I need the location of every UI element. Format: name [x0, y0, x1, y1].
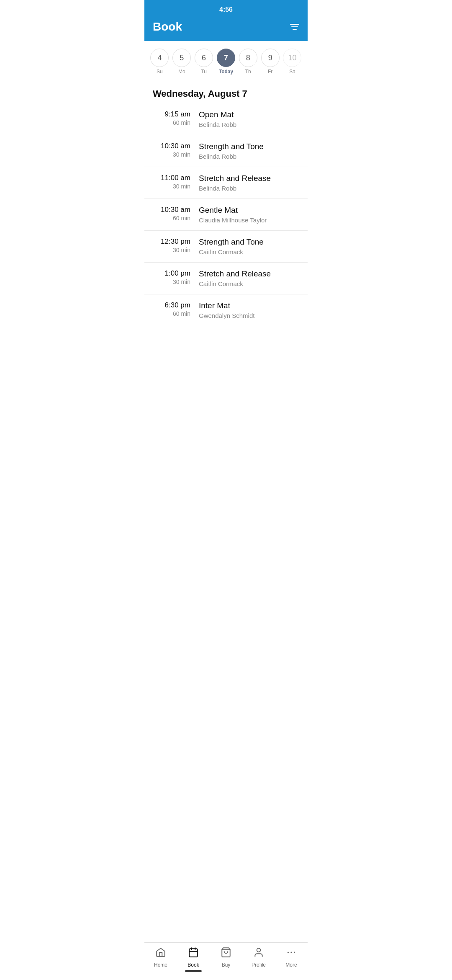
- class-instructor: Belinda Robb: [199, 121, 299, 128]
- date-item-8[interactable]: 8 Th: [238, 49, 258, 75]
- date-number: 5: [172, 49, 191, 67]
- class-name: Strength and Tone: [199, 237, 299, 247]
- date-label: Th: [245, 69, 251, 75]
- date-label: Su: [157, 69, 163, 75]
- class-time-block: 12:30 pm 30 min: [153, 237, 199, 253]
- class-instructor: Belinda Robb: [199, 185, 299, 192]
- date-item-6[interactable]: 6 Tu: [194, 49, 214, 75]
- date-label: Tu: [201, 69, 207, 75]
- date-item-4[interactable]: 4 Su: [149, 49, 170, 75]
- class-instructor: Caitlin Cormack: [199, 248, 299, 255]
- class-duration: 30 min: [153, 183, 190, 190]
- date-label: Fr: [268, 69, 272, 75]
- class-item[interactable]: 1:00 pm 30 min Stretch and Release Caitl…: [144, 263, 308, 294]
- class-time-value: 12:30 pm: [153, 237, 190, 246]
- date-item-5[interactable]: 5 Mo: [172, 49, 192, 75]
- class-name: Open Mat: [199, 110, 299, 119]
- date-number: 6: [195, 49, 213, 67]
- class-duration: 30 min: [153, 151, 190, 158]
- class-time-value: 10:30 am: [153, 142, 190, 150]
- class-time-value: 10:30 am: [153, 206, 190, 214]
- day-heading: Wednesday, August 7: [144, 79, 308, 103]
- class-time-value: 11:00 am: [153, 174, 190, 182]
- class-time-block: 1:00 pm 30 min: [153, 269, 199, 285]
- date-number: 9: [261, 49, 280, 67]
- date-item-9[interactable]: 9 Fr: [260, 49, 280, 75]
- date-label: Today: [219, 69, 233, 75]
- class-name: Stretch and Release: [199, 269, 299, 279]
- class-time-block: 6:30 pm 60 min: [153, 301, 199, 317]
- class-time-value: 1:00 pm: [153, 269, 190, 278]
- class-instructor: Gwendalyn Schmidt: [199, 312, 299, 319]
- date-label: Sa: [289, 69, 295, 75]
- class-time-value: 9:15 am: [153, 110, 190, 119]
- date-item-7[interactable]: 7 Today: [216, 49, 236, 75]
- class-time-block: 11:00 am 30 min: [153, 174, 199, 190]
- class-time-block: 9:15 am 60 min: [153, 110, 199, 126]
- date-number: 4: [150, 49, 169, 67]
- class-info-block: Open Mat Belinda Robb: [199, 110, 299, 128]
- class-item[interactable]: 12:30 pm 30 min Strength and Tone Caitli…: [144, 231, 308, 263]
- class-name: Gentle Mat: [199, 206, 299, 215]
- class-instructor: Belinda Robb: [199, 153, 299, 160]
- page-title: Book: [153, 20, 182, 34]
- class-info-block: Stretch and Release Belinda Robb: [199, 174, 299, 192]
- status-bar: 4:56: [144, 0, 308, 16]
- date-label: Mo: [178, 69, 185, 75]
- class-instructor: Caitlin Cormack: [199, 280, 299, 287]
- class-duration: 30 min: [153, 247, 190, 253]
- class-item[interactable]: 10:30 am 60 min Gentle Mat Claudia Millh…: [144, 199, 308, 231]
- app-header: Book: [144, 16, 308, 41]
- class-time-block: 10:30 am 30 min: [153, 142, 199, 158]
- class-time-value: 6:30 pm: [153, 301, 190, 309]
- date-picker: 4 Su 5 Mo 6 Tu 7 Today 8 Th 9 Fr 10 Sa: [144, 41, 308, 79]
- filter-icon[interactable]: [290, 24, 299, 30]
- class-item[interactable]: 9:15 am 60 min Open Mat Belinda Robb: [144, 103, 308, 135]
- class-info-block: Strength and Tone Belinda Robb: [199, 142, 299, 160]
- class-item[interactable]: 10:30 am 30 min Strength and Tone Belind…: [144, 135, 308, 167]
- class-instructor: Claudia Millhouse Taylor: [199, 217, 299, 224]
- class-duration: 30 min: [153, 279, 190, 285]
- class-duration: 60 min: [153, 215, 190, 222]
- class-item[interactable]: 6:30 pm 60 min Inter Mat Gwendalyn Schmi…: [144, 294, 308, 326]
- date-number: 10: [283, 49, 301, 67]
- date-number: 7: [217, 49, 235, 67]
- class-name: Inter Mat: [199, 301, 299, 310]
- class-list: 9:15 am 60 min Open Mat Belinda Robb 10:…: [144, 103, 308, 326]
- class-duration: 60 min: [153, 310, 190, 317]
- class-name: Stretch and Release: [199, 174, 299, 183]
- class-info-block: Gentle Mat Claudia Millhouse Taylor: [199, 206, 299, 224]
- class-item[interactable]: 11:00 am 30 min Stretch and Release Beli…: [144, 167, 308, 199]
- status-time: 4:56: [219, 6, 233, 13]
- class-info-block: Stretch and Release Caitlin Cormack: [199, 269, 299, 287]
- date-item-10[interactable]: 10 Sa: [282, 49, 302, 75]
- date-number: 8: [239, 49, 257, 67]
- class-time-block: 10:30 am 60 min: [153, 206, 199, 222]
- class-name: Strength and Tone: [199, 142, 299, 151]
- class-info-block: Inter Mat Gwendalyn Schmidt: [199, 301, 299, 319]
- class-duration: 60 min: [153, 119, 190, 126]
- class-info-block: Strength and Tone Caitlin Cormack: [199, 237, 299, 255]
